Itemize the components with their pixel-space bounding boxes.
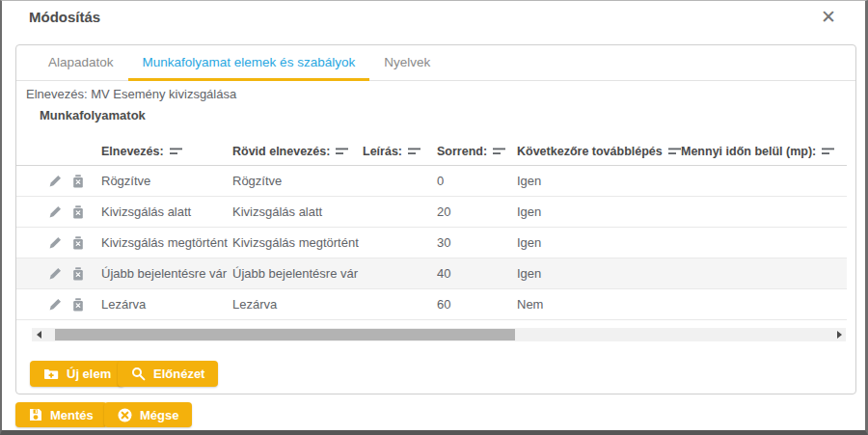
col-header-leiras: Leírás: <box>363 145 402 158</box>
tab-bar: Alapadatok Munkafolyamat elemek és szabá… <box>16 45 855 81</box>
preview-label: Előnézet <box>153 367 204 381</box>
cell-rovid-elnevezes: Kivizsgálás alatt <box>232 204 363 219</box>
entity-name-label: Elnevezés: MV Esemény kivizsgálása <box>26 87 236 101</box>
table-row[interactable]: Újabb bejelentésre vár Újabb bejelentésr… <box>16 258 847 289</box>
cell-elnevezes: Újabb bejelentésre vár <box>101 266 232 281</box>
cell-elnevezes: Lezárva <box>101 297 232 312</box>
cell-sorrend: 60 <box>437 297 517 312</box>
new-item-button[interactable]: Új elem <box>30 361 124 387</box>
sort-icon[interactable] <box>668 147 681 156</box>
delete-trash-icon[interactable] <box>72 205 84 219</box>
edit-pencil-icon[interactable] <box>49 236 62 249</box>
cell-kovetkezore: Igen <box>517 204 681 219</box>
scrollbar-left-arrow-icon[interactable] <box>32 328 45 341</box>
cell-rovid-elnevezes: Lezárva <box>232 297 363 312</box>
col-header-elnevezes: Elnevezés: <box>101 145 164 158</box>
sort-icon[interactable] <box>408 147 422 156</box>
delete-trash-icon[interactable] <box>72 236 84 250</box>
cell-rovid-elnevezes: Kivizsgálás megtörtént <box>232 235 363 250</box>
cell-elnevezes: Kivizsgálás alatt <box>101 204 232 219</box>
table-header-row: Elnevezés: Rövid elnevezés: Leírás: Sorr… <box>16 137 847 166</box>
delete-trash-icon[interactable] <box>72 267 84 281</box>
cell-elnevezes: Kivizsgálás megtörtént <box>101 235 232 250</box>
table-row[interactable]: Rögzítve Rögzítve 0 Igen <box>16 166 847 197</box>
cell-kovetkezore: Igen <box>517 174 681 188</box>
edit-pencil-icon[interactable] <box>49 175 62 187</box>
cell-kovetkezore: Nem <box>517 297 681 312</box>
tab-panel: Alapadatok Munkafolyamat elemek és szabá… <box>15 44 856 394</box>
tab-nyelvek[interactable]: Nyelvek <box>369 45 445 81</box>
save-icon <box>29 408 42 421</box>
folder-plus-icon <box>43 367 59 380</box>
cancel-circle-icon <box>118 408 132 422</box>
scrollbar-thumb[interactable] <box>55 329 515 340</box>
col-header-kovetkezo: Következőre továbblépés <box>517 145 663 158</box>
preview-button[interactable]: Előnézet <box>118 361 218 387</box>
edit-pencil-icon[interactable] <box>49 298 62 311</box>
cell-kovetkezore: Igen <box>517 266 681 281</box>
cell-rovid-elnevezes: Rögzítve <box>232 174 363 188</box>
col-header-rovid: Rövid elnevezés: <box>232 145 330 158</box>
col-header-mennyi: Mennyi időn belül (mp): <box>681 145 816 158</box>
table-row[interactable]: Kivizsgálás megtörtént Kivizsgálás megtö… <box>16 228 847 258</box>
close-icon[interactable]: ✕ <box>821 7 836 28</box>
table-row[interactable]: Kivizsgálás alatt Kivizsgálás alatt 20 I… <box>16 197 847 228</box>
new-item-label: Új elem <box>67 367 111 381</box>
col-header-sorrend: Sorrend: <box>437 145 487 158</box>
table-body: Rögzítve Rögzítve 0 Igen Kivizsgálás ala… <box>16 166 847 320</box>
cell-sorrend: 30 <box>437 235 517 250</box>
sort-icon[interactable] <box>336 147 350 156</box>
tab-alapadatok[interactable]: Alapadatok <box>34 45 128 81</box>
cell-rovid-elnevezes: Újabb bejelentésre vár <box>232 266 363 281</box>
magnifier-icon <box>131 367 146 381</box>
cell-sorrend: 40 <box>437 266 517 281</box>
edit-pencil-icon[interactable] <box>49 267 62 280</box>
section-title: Munkafolyamatok <box>40 108 146 122</box>
dialog-title: Módosítás <box>29 9 100 25</box>
cell-sorrend: 20 <box>437 204 517 219</box>
save-label: Mentés <box>50 408 94 422</box>
cancel-button[interactable]: Mégse <box>104 402 192 427</box>
save-button[interactable]: Mentés <box>15 402 107 427</box>
table-row[interactable]: Lezárva Lezárva 60 Nem <box>16 289 847 320</box>
tab-munkafolyamat[interactable]: Munkafolyamat elemek és szabályok <box>128 45 370 81</box>
sort-icon[interactable] <box>170 147 184 156</box>
edit-pencil-icon[interactable] <box>49 205 62 218</box>
cell-kovetkezore: Igen <box>517 235 681 250</box>
cell-elnevezes: Rögzítve <box>101 174 232 188</box>
horizontal-scrollbar[interactable] <box>32 328 846 341</box>
delete-trash-icon[interactable] <box>72 298 84 312</box>
cancel-label: Mégse <box>140 408 178 422</box>
delete-trash-icon[interactable] <box>72 175 84 188</box>
modal-dialog: Módosítás ✕ Alapadatok Munkafolyamat ele… <box>0 0 868 435</box>
sort-icon[interactable] <box>493 147 507 156</box>
sort-icon[interactable] <box>822 147 835 156</box>
scrollbar-right-arrow-icon[interactable] <box>832 328 846 341</box>
cell-sorrend: 0 <box>437 174 517 188</box>
